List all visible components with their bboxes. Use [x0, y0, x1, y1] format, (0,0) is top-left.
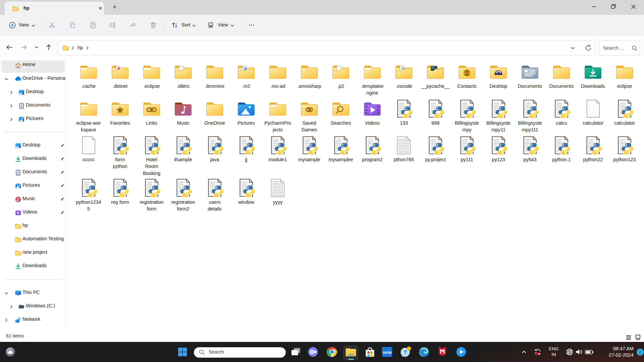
svg-text:?: ?	[404, 349, 407, 356]
svg-text:A: A	[111, 23, 113, 27]
svg-text:myhp: myhp	[383, 351, 392, 354]
